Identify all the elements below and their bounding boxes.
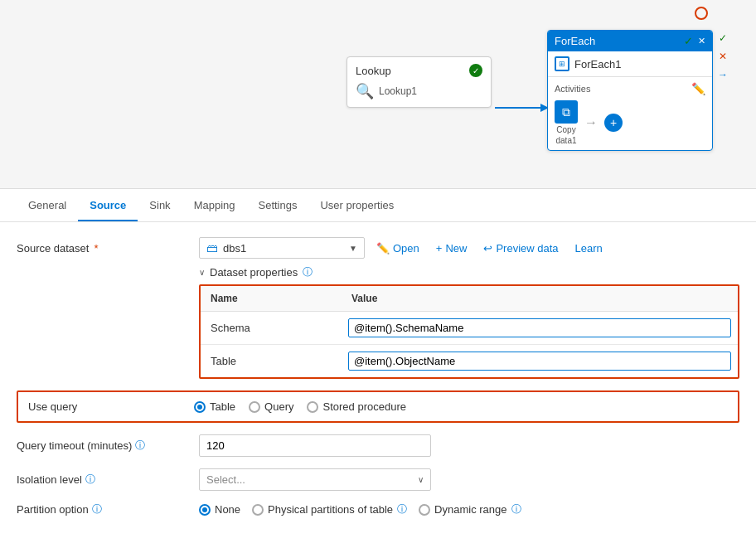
- radio-table-btn: [194, 401, 206, 413]
- tab-source[interactable]: Source: [78, 189, 138, 221]
- source-dataset-label: Source dataset *: [17, 237, 199, 255]
- tab-settings[interactable]: Settings: [247, 189, 309, 221]
- props-table: Name Value Schema Table: [199, 284, 739, 379]
- foreach-title: ForEach: [555, 35, 595, 47]
- foreach-check-icon: ✓: [684, 35, 693, 47]
- open-icon: ✏️: [376, 242, 390, 255]
- partition-option-row: Partition option ⓘ None Physical partiti…: [17, 502, 739, 516]
- table-value-cell: [342, 348, 738, 374]
- radio-physical-partitions[interactable]: Physical partitions of table ⓘ: [252, 502, 407, 516]
- radio-stored-procedure-btn: [307, 401, 318, 413]
- col-name-header: Name: [201, 289, 342, 308]
- tab-sink[interactable]: Sink: [138, 189, 182, 221]
- dataset-row: 🗃 dbs1 ▼ ✏️ Open + New ↩ Preview data: [199, 237, 739, 259]
- partition-info[interactable]: ⓘ: [92, 502, 102, 516]
- side-x-icon: ✕: [715, 49, 730, 64]
- foreach-body: Activities ✏️ ⧉ Copy data1 → +: [548, 77, 712, 150]
- isolation-level-row: Isolation level ⓘ Select... ∨: [17, 468, 739, 491]
- source-dataset-controls: 🗃 dbs1 ▼ ✏️ Open + New ↩ Preview data: [199, 237, 739, 379]
- db-icon: 🗃: [206, 241, 218, 255]
- foreach-side-icons: ✓ ✕ →: [715, 31, 730, 82]
- table-input[interactable]: [348, 352, 731, 371]
- dataset-props-label: Dataset properties: [210, 266, 298, 279]
- foreach-header-icons: ✓ ✕: [684, 35, 705, 47]
- isolation-chevron: ∨: [418, 475, 424, 484]
- dataset-chevron: ▼: [349, 244, 357, 253]
- tab-user-properties[interactable]: User properties: [308, 189, 405, 221]
- copy-icon: ⧉: [555, 100, 578, 124]
- tab-general[interactable]: General: [17, 189, 78, 221]
- radio-dynamic-btn: [419, 504, 430, 516]
- lookup-node[interactable]: Lookup ✓ 🔍 Lookup1: [346, 56, 492, 108]
- use-query-label: Use query: [28, 400, 194, 413]
- tab-mapping[interactable]: Mapping: [182, 189, 247, 221]
- dataset-properties-section: ∨ Dataset properties ⓘ Name Value Schema: [199, 265, 739, 379]
- dataset-value: dbs1: [223, 242, 246, 255]
- lookup-node-body: 🔍 Lookup1: [356, 82, 482, 100]
- source-dataset-row: Source dataset * 🗃 dbs1 ▼ ✏️ Open +: [17, 237, 739, 379]
- radio-query[interactable]: Query: [249, 400, 293, 413]
- props-table-header: Name Value: [201, 286, 738, 312]
- radio-dynamic-range[interactable]: Dynamic range ⓘ: [419, 502, 521, 516]
- isolation-placeholder: Select...: [206, 473, 245, 486]
- isolation-level-info[interactable]: ⓘ: [85, 473, 95, 487]
- radio-query-btn: [249, 401, 260, 413]
- isolation-level-label: Isolation level ⓘ: [17, 473, 199, 487]
- lookup-node-label: Lookup1: [379, 85, 417, 97]
- copy-sublabel: data1: [555, 136, 576, 145]
- query-timeout-info[interactable]: ⓘ: [135, 439, 145, 453]
- dataset-props-info-icon[interactable]: ⓘ: [303, 265, 313, 279]
- dataset-select[interactable]: 🗃 dbs1 ▼: [199, 237, 365, 259]
- physical-partitions-info[interactable]: ⓘ: [397, 502, 407, 516]
- schema-input[interactable]: [348, 318, 731, 337]
- props-row-table: Table: [201, 345, 738, 377]
- isolation-level-select[interactable]: Select... ∨: [199, 468, 431, 491]
- learn-button[interactable]: Learn: [570, 239, 608, 258]
- props-row-schema: Schema: [201, 312, 738, 345]
- partition-option-label: Partition option ⓘ: [17, 502, 199, 516]
- foreach-sq-icon: ⊞: [555, 56, 569, 71]
- schema-value-cell: [342, 315, 738, 341]
- preview-data-button[interactable]: ↩ Preview data: [478, 239, 563, 258]
- lookup-node-header: Lookup ✓: [356, 64, 482, 77]
- foreach-header: ForEach ✓ ✕: [548, 31, 712, 51]
- activities-content: ⧉ Copy data1 → +: [555, 100, 705, 145]
- side-arrow-icon: →: [715, 67, 730, 82]
- activity-arrow: →: [584, 115, 598, 130]
- foreach-node[interactable]: ForEach ✓ ✕ ⊞ ForEach1 Activities ✏️ ⧉ C…: [547, 30, 713, 151]
- preview-icon: ↩: [483, 242, 492, 255]
- query-timeout-label: Query timeout (minutes) ⓘ: [17, 439, 199, 453]
- plus-icon: +: [436, 242, 443, 255]
- use-query-row: Use query Table Query Stored procedure: [17, 390, 739, 423]
- foreach-expand-icon[interactable]: ✕: [698, 36, 705, 46]
- radio-none-btn: [199, 504, 211, 516]
- activities-edit-icon[interactable]: ✏️: [691, 82, 705, 95]
- query-timeout-row: Query timeout (minutes) ⓘ: [17, 434, 739, 457]
- tabs-bar: General Source Sink Mapping Settings Use…: [0, 189, 756, 222]
- lookup-icon: 🔍: [356, 82, 374, 100]
- radio-stored-procedure[interactable]: Stored procedure: [307, 400, 405, 413]
- connector-arrow: [495, 99, 553, 116]
- collapse-icon[interactable]: ∨: [199, 268, 205, 277]
- add-activity-button[interactable]: +: [604, 114, 623, 132]
- lookup-node-title: Lookup: [356, 65, 391, 77]
- foreach-title-row: ⊞ ForEach1: [548, 51, 712, 77]
- required-marker: *: [94, 242, 98, 255]
- dynamic-range-info[interactable]: ⓘ: [511, 502, 521, 516]
- open-button[interactable]: ✏️ Open: [371, 239, 424, 258]
- schema-label: Schema: [201, 318, 342, 337]
- form-area: Source dataset * 🗃 dbs1 ▼ ✏️ Open +: [0, 222, 756, 548]
- copy-activity[interactable]: ⧉ Copy data1: [555, 100, 578, 145]
- radio-none[interactable]: None: [199, 503, 240, 516]
- lookup-check-icon: ✓: [469, 64, 482, 77]
- canvas-area: Lookup ✓ 🔍 Lookup1 ForEach ✓ ✕ ⊞ ForEach…: [0, 0, 756, 189]
- col-value-header: Value: [342, 289, 738, 308]
- red-circle-indicator: [695, 7, 708, 20]
- use-query-radio-group: Table Query Stored procedure: [194, 400, 406, 413]
- table-label: Table: [201, 352, 342, 371]
- new-button[interactable]: + New: [431, 239, 472, 258]
- partition-options: None Physical partitions of table ⓘ Dyna…: [199, 502, 521, 516]
- radio-table[interactable]: Table: [194, 400, 235, 413]
- side-check-icon: ✓: [715, 31, 730, 46]
- query-timeout-input[interactable]: [199, 434, 431, 457]
